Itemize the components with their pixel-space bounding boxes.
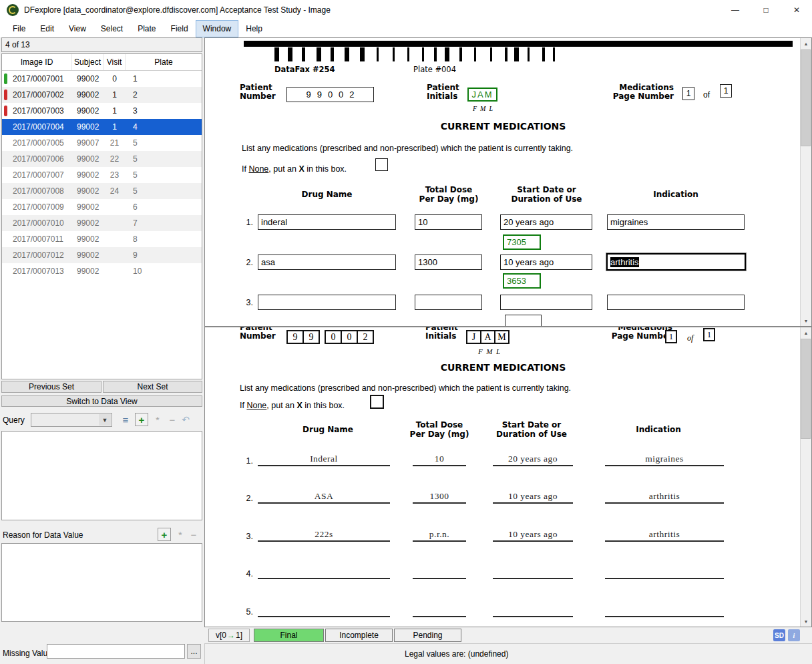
indication-field-1[interactable]: migraines — [607, 214, 745, 230]
table-row[interactable]: 2017/0007012990029 — [2, 247, 202, 263]
table-row[interactable]: 2017/00070039900213 — [2, 103, 202, 119]
browse-button[interactable]: ... — [187, 644, 201, 659]
minimize-button[interactable]: — — [720, 0, 751, 20]
crf-panel: DataFax #254 Plate #004 PatientNumber 99… — [204, 37, 812, 327]
table-row[interactable]: 2017/0007011990028 — [2, 231, 202, 247]
column-image-id: Image ID — [2, 54, 72, 70]
table-row[interactable]: 2017/00070029900212 — [2, 87, 202, 103]
table-row[interactable]: 2017/0007009990026 — [2, 199, 202, 215]
scan-start-4 — [493, 566, 573, 579]
scrollbar-thumb[interactable] — [801, 49, 811, 146]
validation-bar: v[0→1] Final Incomplete Pending SD i — [204, 627, 812, 643]
menu-help[interactable]: Help — [238, 20, 270, 37]
menu-select[interactable]: Select — [93, 20, 130, 37]
edit-query-icon[interactable]: * — [151, 413, 164, 426]
instruction-text: List any medications (prescribed and non… — [240, 383, 571, 393]
close-button[interactable]: ✕ — [781, 0, 812, 20]
fml-label: F M L — [464, 347, 514, 355]
table-row[interactable]: 2017/000700599007215 — [2, 135, 202, 151]
menu-plate[interactable]: Plate — [130, 20, 163, 37]
scrollbar-thumb[interactable] — [801, 339, 811, 439]
start-date-field-3[interactable] — [500, 295, 592, 310]
query-textarea[interactable] — [1, 431, 202, 520]
image-scrollbar[interactable]: ▲ ▼ — [800, 327, 811, 627]
table-row[interactable]: 2017/000700899002245 — [2, 183, 202, 199]
header-indication: Indication — [595, 426, 722, 435]
menu-file[interactable]: File — [5, 20, 33, 37]
crf-scrollbar[interactable]: ▲ ▼ — [800, 38, 811, 326]
dose-field-2[interactable]: 1300 — [415, 255, 482, 270]
column-visit: Visit — [104, 54, 126, 70]
previous-set-button[interactable]: Previous Set — [1, 381, 102, 393]
table-row[interactable]: 2017/00070139900210 — [2, 263, 202, 279]
final-button[interactable]: Final — [254, 629, 324, 642]
incomplete-button[interactable]: Incomplete — [325, 629, 393, 642]
sd-button[interactable]: SD — [773, 629, 785, 641]
table-row[interactable]: 2017/000700699002225 — [2, 151, 202, 167]
scroll-down-icon[interactable]: ▼ — [801, 616, 811, 627]
delete-reason-icon[interactable]: − — [187, 528, 200, 541]
query-label: Query — [3, 416, 25, 425]
table-row[interactable]: 2017/0007010990027 — [2, 215, 202, 231]
drug-name-field-1[interactable]: inderal — [258, 214, 396, 230]
none-checkbox[interactable] — [375, 158, 388, 171]
undo-icon[interactable]: ↶ — [179, 413, 192, 426]
scan-dose-3: p.r.n. — [413, 529, 466, 542]
drug-code-field-2[interactable]: 3653 — [503, 273, 541, 289]
query-list-icon[interactable]: ≡ — [119, 413, 132, 426]
scan-indication-1: migraines — [605, 454, 724, 466]
scroll-down-icon[interactable]: ▼ — [801, 315, 811, 326]
next-set-button[interactable]: Next Set — [103, 381, 202, 393]
fml-label: F M L — [465, 105, 500, 112]
none-instruction: If None, put an X in this box. — [240, 401, 345, 410]
start-date-field-2[interactable]: 10 years ago — [500, 255, 592, 270]
menu-window[interactable]: Window — [196, 20, 239, 37]
drug-code-field-1[interactable]: 7305 — [503, 234, 541, 250]
edit-reason-icon[interactable]: * — [174, 528, 187, 541]
indication-field-3[interactable] — [607, 295, 745, 310]
menu-field[interactable]: Field — [164, 20, 196, 37]
row-number: 3. — [238, 298, 253, 307]
dose-field-3[interactable] — [415, 295, 482, 310]
menu-edit[interactable]: Edit — [33, 20, 61, 37]
info-button[interactable]: i — [788, 629, 800, 641]
scan-drug-4 — [258, 566, 390, 579]
add-reason-icon[interactable]: + — [158, 528, 171, 541]
patient-number-field[interactable]: 99002 — [286, 87, 374, 102]
drug-name-field-3[interactable] — [258, 295, 396, 310]
scroll-up-icon[interactable]: ▲ — [801, 327, 811, 338]
image-list-header: Image ID Subject Visit Plate — [2, 54, 202, 71]
table-row-selected[interactable]: 2017/00070049900214 — [2, 119, 202, 135]
menu-view[interactable]: View — [61, 20, 93, 37]
patient-number-label: PatientNumber — [240, 84, 276, 101]
page-total-field[interactable]: 1 — [720, 84, 732, 98]
start-date-field-1[interactable]: 20 years ago — [500, 214, 592, 230]
patient-initials-field[interactable]: JAM — [467, 88, 497, 102]
table-row[interactable]: 2017/000700799002235 — [2, 167, 202, 183]
of-label: of — [703, 90, 710, 100]
image-panel: PatientNumber 99 002 PatientInitials JAM… — [204, 327, 812, 627]
pending-button[interactable]: Pending — [394, 629, 461, 642]
none-instruction: If None, put an X in this box. — [242, 164, 347, 174]
patient-number-label: PatientNumber — [240, 327, 276, 341]
scroll-up-icon[interactable]: ▲ — [801, 38, 811, 49]
drug-name-field-2[interactable]: asa — [258, 255, 396, 270]
drug-code-field-3[interactable] — [505, 315, 542, 326]
reason-textarea[interactable] — [1, 543, 202, 622]
dose-field-1[interactable]: 10 — [415, 214, 482, 230]
scan-drug-5 — [258, 605, 390, 617]
indication-field-2-selected[interactable]: arthritis — [606, 253, 746, 271]
switch-to-data-view-button[interactable]: Switch to Data View — [1, 395, 202, 407]
instruction-text: List any medications (prescribed and non… — [242, 144, 573, 153]
missing-value-input[interactable] — [47, 644, 185, 659]
row-number: 3. — [238, 532, 253, 541]
reason-label: Reason for Data Value — [3, 530, 83, 540]
row-number: 2. — [238, 494, 253, 503]
page-current-field[interactable]: 1 — [682, 87, 694, 100]
add-query-icon[interactable]: + — [135, 413, 148, 426]
query-combobox[interactable]: ▼ — [31, 413, 112, 427]
table-row[interactable]: 2017/00070019900201 — [2, 71, 202, 87]
maximize-button[interactable]: □ — [751, 0, 781, 20]
version-indicator[interactable]: v[0→1] — [208, 629, 250, 642]
delete-query-icon[interactable]: − — [166, 413, 179, 426]
